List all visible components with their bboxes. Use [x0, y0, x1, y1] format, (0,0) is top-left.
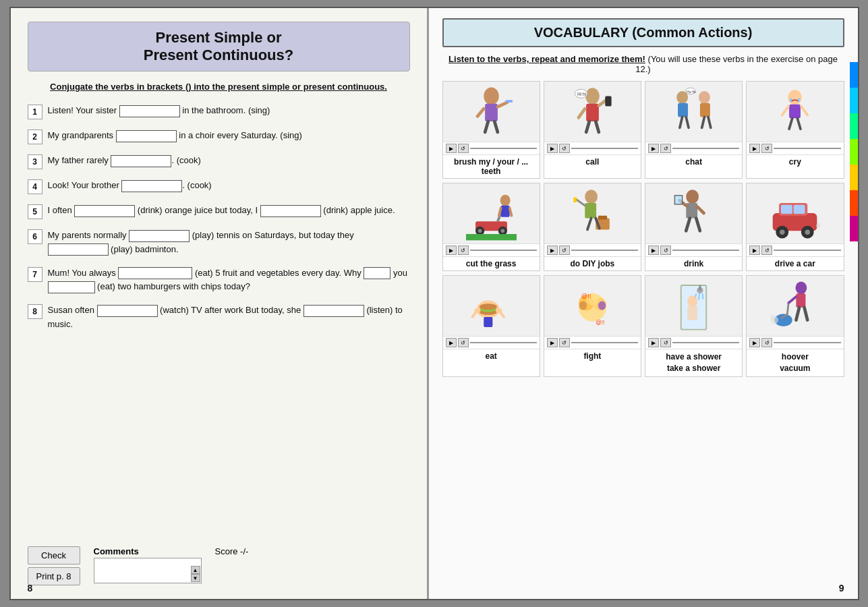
exercise-7: 7 Mum! You always (eat) 5 fruit and vege…: [28, 266, 410, 295]
svg-rect-48: [598, 216, 607, 220]
replay-btn-brush-teeth[interactable]: ↺: [458, 144, 469, 153]
progress-drink: [672, 250, 739, 251]
replay-btn-hoover[interactable]: ↺: [761, 338, 772, 347]
play-btn-brush-teeth[interactable]: ▶: [446, 144, 457, 153]
svg-point-38: [500, 229, 504, 233]
replay-btn-drink[interactable]: ↺: [660, 245, 671, 255]
vocab-controls-drink: ▶ ↺: [645, 244, 742, 256]
blank-4-1[interactable]: [121, 180, 182, 192]
fight-svg: @!! @!!: [567, 277, 618, 335]
blank-5-1[interactable]: [74, 205, 135, 217]
replay-btn-eat[interactable]: ↺: [458, 338, 469, 347]
svg-line-23: [708, 117, 711, 127]
ex-num-4: 4: [28, 179, 42, 194]
blank-6-1[interactable]: [129, 230, 190, 242]
scroll-up-btn[interactable]: ▲: [191, 566, 200, 574]
svg-line-93: [703, 293, 703, 299]
svg-point-96: [796, 281, 807, 294]
svg-line-43: [509, 208, 511, 216]
right-tab-5: [850, 165, 858, 190]
vocab-img-cry: [747, 82, 843, 142]
svg-point-94: [687, 295, 697, 307]
vocab-item-shower: ▶ ↺ have a showertake a shower: [645, 275, 743, 377]
svg-rect-17: [678, 103, 688, 117]
comments-area: Comments ▲ ▼: [94, 546, 202, 583]
exercise-3: 3 My father rarely . (cook): [28, 154, 410, 169]
check-button[interactable]: Check: [28, 546, 80, 565]
blank-3-1[interactable]: [111, 155, 171, 167]
svg-line-49: [576, 199, 585, 205]
vocab-item-drink: ▶ ↺ drink: [645, 183, 743, 271]
blank-6-2[interactable]: [48, 243, 109, 256]
progress-call: [571, 148, 638, 149]
blank-8-1[interactable]: [97, 305, 158, 317]
drink-svg: [668, 185, 719, 242]
scroll-down-btn[interactable]: ▼: [191, 574, 200, 582]
blank-5-2[interactable]: [260, 205, 321, 217]
replay-btn-diy[interactable]: ↺: [559, 245, 570, 255]
svg-line-11: [579, 109, 585, 117]
svg-point-87: [598, 301, 606, 310]
progress-diy: [571, 250, 638, 251]
play-btn-chat[interactable]: ▶: [648, 144, 659, 153]
svg-rect-46: [585, 203, 596, 219]
play-btn-cut-grass[interactable]: ▶: [446, 245, 457, 255]
svg-rect-79: [484, 317, 492, 327]
svg-rect-21: [700, 103, 710, 117]
blank-7-1[interactable]: [118, 267, 192, 279]
drive-svg: [770, 185, 820, 242]
svg-line-4: [478, 109, 484, 116]
play-btn-drive[interactable]: ▶: [749, 245, 760, 255]
play-btn-call[interactable]: ▶: [547, 144, 558, 153]
vocab-item-eat: ▶ ↺ eat: [442, 275, 540, 377]
vocab-row-1: ▶ ↺ brush my / your / ... teeth: [442, 81, 844, 179]
cut-grass-svg: [466, 185, 517, 242]
blank-2-1[interactable]: [116, 130, 177, 142]
svg-rect-10: [605, 96, 611, 107]
replay-btn-fight[interactable]: ↺: [559, 338, 570, 347]
replay-btn-chat[interactable]: ↺: [660, 144, 671, 153]
replay-btn-drive[interactable]: ↺: [761, 245, 772, 255]
play-btn-eat[interactable]: ▶: [446, 338, 457, 347]
right-tab-4: [850, 139, 858, 165]
comments-box[interactable]: ▲ ▼: [94, 558, 202, 583]
svg-rect-64: [794, 205, 805, 214]
exercise-8: 8 Susan often (watch) TV after work But …: [28, 304, 410, 332]
exercise-1: 1 Listen! Your sister in the bathroom. (…: [28, 104, 410, 119]
replay-btn-call[interactable]: ↺: [559, 144, 570, 153]
vocab-controls-diy: ▶ ↺: [544, 244, 641, 256]
blank-1-1[interactable]: [119, 105, 180, 117]
comments-label: Comments: [94, 546, 202, 556]
svg-point-26: [788, 90, 803, 105]
vocab-label-chat: chat: [645, 154, 742, 169]
svg-rect-29: [789, 105, 801, 119]
progress-shower: [672, 342, 739, 343]
play-btn-diy[interactable]: ▶: [547, 245, 558, 255]
play-btn-drink[interactable]: ▶: [648, 245, 659, 255]
svg-text:Hi hi: Hi hi: [577, 92, 587, 96]
blank-7-3[interactable]: [48, 281, 95, 293]
vocab-img-eat: [443, 276, 540, 337]
play-btn-fight[interactable]: ▶: [547, 338, 558, 347]
print-button[interactable]: Print p. 8: [28, 567, 80, 585]
play-btn-cry[interactable]: ▶: [749, 144, 760, 153]
blank-8-2[interactable]: [303, 305, 364, 317]
replay-btn-shower[interactable]: ↺: [660, 338, 671, 347]
play-btn-hoover[interactable]: ▶: [749, 338, 760, 347]
ex-text-8: Susan often (watch) TV after work But to…: [48, 304, 410, 332]
bottom-area: Check Print p. 8 Comments ▲ ▼ Score: [28, 546, 410, 589]
play-btn-shower[interactable]: ▶: [648, 338, 659, 347]
blank-7-2[interactable]: [364, 267, 390, 279]
replay-btn-cut-grass[interactable]: ↺: [458, 245, 469, 255]
right-page: VOCABULARY (Common Actions) Listen to th…: [429, 8, 858, 599]
svg-text:Ha Ha: Ha Ha: [687, 90, 696, 94]
vocab-controls-brush-teeth: ▶ ↺: [443, 142, 540, 154]
replay-btn-cry[interactable]: ↺: [761, 144, 772, 153]
svg-point-68: [805, 229, 811, 235]
vocab-img-shower: [645, 276, 742, 337]
right-tab-6: [850, 190, 858, 216]
progress-cry: [774, 148, 840, 149]
ex-text-2: My grandparents in a choir every Saturda…: [48, 129, 410, 143]
vocab-instruction-suffix: (You will use these verbs in the exercis…: [635, 54, 838, 74]
svg-point-67: [780, 229, 785, 235]
